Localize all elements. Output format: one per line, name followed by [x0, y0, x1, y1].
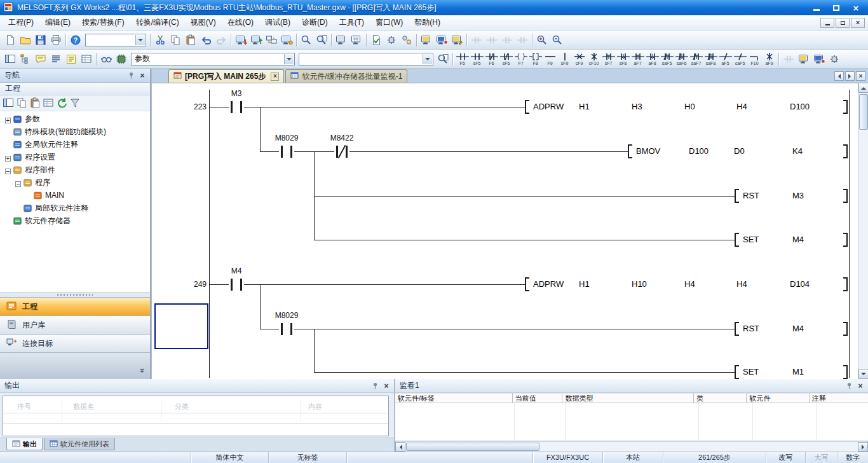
watch-column-header-1[interactable]: 当前值: [513, 393, 563, 403]
menu-item-9[interactable]: 窗口(W): [370, 15, 409, 31]
tab-close-icon[interactable]: ×: [271, 73, 279, 81]
program-check-icon[interactable]: [369, 32, 384, 48]
ladder-edit-icon-2[interactable]: [484, 32, 499, 48]
child-restore-button[interactable]: [836, 18, 850, 28]
tree-expander-icon[interactable]: [15, 180, 21, 186]
undo-icon[interactable]: [198, 32, 214, 48]
document-tab-1[interactable]: 软元件/缓冲存储器批量监视-1: [285, 69, 407, 83]
new-project-icon[interactable]: [3, 32, 18, 48]
cross-reference-icon[interactable]: [314, 32, 329, 48]
ladder-rising-pulse-close-button[interactable]: saF5: [660, 50, 674, 68]
window-select-combo-dropdown-icon[interactable]: [135, 35, 145, 45]
tree-tool-new-icon[interactable]: [2, 97, 15, 110]
build-icon[interactable]: [384, 32, 399, 48]
ladder-vertical-line-button[interactable]: sF9: [557, 50, 572, 68]
intelligent-module-icon[interactable]: [114, 52, 129, 67]
watch-column-header-0[interactable]: 软元件/标签: [395, 393, 513, 403]
ladder-edit-icon-1[interactable]: [469, 32, 484, 48]
copy-icon[interactable]: [168, 32, 183, 48]
ladder-delete-line-button[interactable]: aF9: [762, 50, 776, 68]
child-minimize-button[interactable]: [820, 18, 834, 28]
menu-item-4[interactable]: 视图(V): [185, 15, 222, 31]
watch-window-icon[interactable]: [98, 52, 114, 67]
ladder-contact-M8029[interactable]: [279, 146, 294, 158]
verify-with-plc-icon[interactable]: [264, 32, 279, 48]
minimize-button[interactable]: [808, 2, 825, 13]
ladder-open-contact-button[interactable]: F5: [455, 50, 470, 68]
scroll-left-icon[interactable]: [395, 442, 405, 452]
help-icon[interactable]: ?: [68, 32, 83, 48]
scroll-right-icon[interactable]: [858, 442, 868, 452]
ladder-cursor[interactable]: [154, 303, 208, 349]
tree-tool-sort-icon[interactable]: [42, 97, 55, 110]
scroll-down-icon[interactable]: [858, 369, 868, 379]
edit-mode-icon[interactable]: [796, 52, 811, 67]
scrollbar-thumb[interactable]: [859, 94, 868, 130]
monitor-stop-icon[interactable]: [434, 32, 449, 48]
ladder-delete-vertical-button[interactable]: cF10: [587, 50, 601, 68]
save-project-icon[interactable]: [33, 32, 48, 48]
navigation-window-icon[interactable]: [3, 52, 18, 67]
device-display-icon[interactable]: [334, 32, 349, 48]
note-display-icon[interactable]: [64, 52, 79, 67]
tree-item-7[interactable]: 局部软元件注释: [0, 202, 150, 214]
read-mode-icon[interactable]: [811, 52, 827, 67]
device-display2-icon[interactable]: [79, 52, 94, 67]
ladder-close-contact-button[interactable]: F6: [484, 50, 499, 68]
print-icon[interactable]: [48, 32, 64, 48]
comment-display-icon[interactable]: [33, 52, 48, 67]
watch-column-header-5[interactable]: 注释: [810, 393, 868, 403]
menu-item-6[interactable]: 调试(B): [259, 15, 296, 31]
output-pin-icon[interactable]: [370, 381, 380, 391]
close-button[interactable]: ×: [847, 2, 865, 13]
watch-horizontal-scrollbar[interactable]: [395, 441, 868, 452]
ladder-open-branch-button[interactable]: sF5: [470, 50, 484, 68]
ladder-falling-pulse-button[interactable]: sF8: [616, 50, 630, 68]
ladder-coil-button[interactable]: F7: [513, 50, 528, 68]
tab-close-icon[interactable]: ×: [856, 71, 865, 81]
menu-item-1[interactable]: 编辑(E): [39, 15, 76, 31]
read-from-plc-icon[interactable]: [248, 32, 264, 48]
tree-expander-icon[interactable]: [5, 167, 11, 173]
tree-tool-paste-icon[interactable]: [29, 97, 42, 110]
data-select-combo-dropdown-icon[interactable]: [284, 54, 294, 64]
chevron-double-icon[interactable]: »: [138, 368, 147, 373]
ladder-contact-M4[interactable]: [229, 279, 244, 291]
ladder-vertical-scrollbar[interactable]: [858, 83, 868, 379]
tree-item-3[interactable]: 程序设置: [0, 151, 150, 163]
menu-item-2[interactable]: 搜索/替换(F): [76, 15, 130, 31]
output-tab-1[interactable]: 软元件使用列表: [44, 438, 115, 450]
redo-icon[interactable]: [214, 32, 229, 48]
watch-column-header-4[interactable]: 软元件: [747, 393, 809, 403]
scroll-up-icon[interactable]: [858, 83, 868, 93]
ladder-contact-M8029[interactable]: [279, 323, 294, 335]
menu-item-10[interactable]: 帮助(H): [409, 15, 446, 31]
tree-expander-icon[interactable]: [5, 116, 11, 122]
watch-close-icon[interactable]: ×: [855, 381, 865, 391]
inline-st-icon[interactable]: [781, 52, 796, 67]
ladder-invert-branch-button[interactable]: caF5: [733, 50, 747, 68]
ladder-rising-pulse-branch-button[interactable]: aF7: [630, 50, 645, 68]
ladder-close-branch-button[interactable]: sF6: [499, 50, 513, 68]
ladder-falling-pulse-close-button[interactable]: saF6: [674, 50, 689, 68]
data-select-combo[interactable]: 参数: [131, 53, 295, 66]
output-tab-0[interactable]: 输出: [6, 438, 43, 450]
remote-operation-icon[interactable]: [279, 32, 294, 48]
tree-item-4[interactable]: 程序部件: [0, 163, 150, 176]
tree-item-6[interactable]: MAIN: [0, 189, 150, 202]
tree-tool-refresh-icon[interactable]: [55, 97, 69, 110]
tab-scroll-left-icon[interactable]: [834, 71, 844, 81]
find-next-icon[interactable]: [435, 52, 451, 67]
document-tab-0[interactable]: [PRG]写入 MAIN 265步×: [168, 69, 284, 83]
menu-item-0[interactable]: 工程(P): [3, 15, 39, 31]
paste-icon[interactable]: [183, 32, 198, 48]
tree-expander-icon[interactable]: [5, 155, 11, 160]
menu-item-5[interactable]: 在线(O): [222, 15, 259, 31]
ladder-edit-icon-3[interactable]: [499, 32, 515, 48]
nav-button-0[interactable]: 工程: [0, 297, 150, 315]
device-search-icon[interactable]: [299, 32, 314, 48]
open-project-icon[interactable]: [18, 32, 33, 48]
menu-item-7[interactable]: 诊断(D): [296, 15, 334, 31]
tree-item-5[interactable]: 程序: [0, 176, 150, 189]
ladder-contact-M8422[interactable]: [334, 146, 349, 158]
